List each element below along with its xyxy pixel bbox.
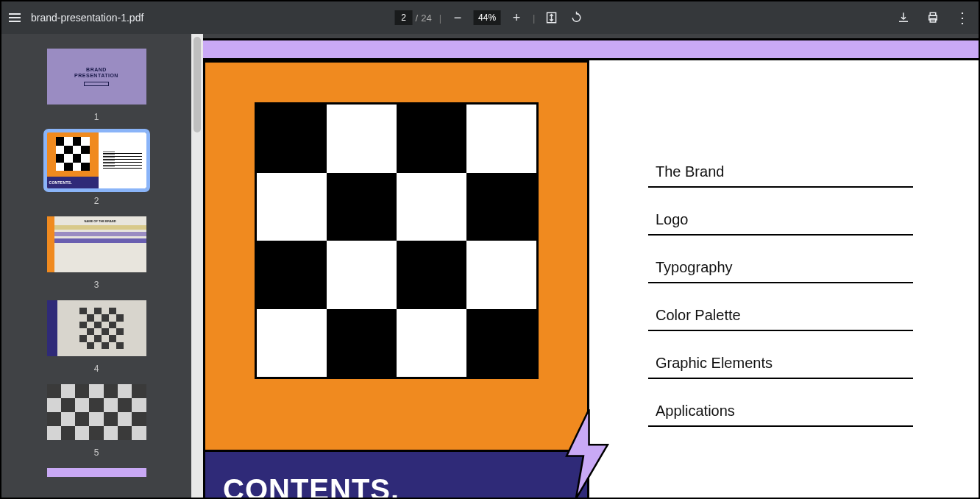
thumbnail[interactable]: BRANDPRESENTATION 1 xyxy=(1,49,191,122)
filename-label: brand-presentation-1.pdf xyxy=(31,12,143,24)
divider: | xyxy=(439,13,441,24)
divider: | xyxy=(533,13,535,24)
toc-underline xyxy=(648,330,913,331)
scrollbar[interactable] xyxy=(191,34,203,498)
fit-page-icon xyxy=(544,11,558,24)
checker-icon xyxy=(79,308,124,349)
pdf-viewer-app: brand-presentation-1.pdf 2 / 24 | − 44% … xyxy=(1,1,979,498)
page-separator: / xyxy=(416,13,419,24)
toc-item[interactable]: The Brand xyxy=(648,163,934,188)
thumbnail-number: 2 xyxy=(94,196,99,206)
page-content: CONTENTS. The Brand Logo Typography Colo… xyxy=(203,34,979,498)
rotate-button[interactable] xyxy=(567,9,585,26)
toc-label: Graphic Elements xyxy=(648,355,934,372)
zoom-value[interactable]: 44% xyxy=(474,10,500,25)
contents-bar: CONTENTS. xyxy=(203,450,589,498)
svg-rect-3 xyxy=(930,13,936,15)
left-panel: CONTENTS. xyxy=(203,60,589,498)
scroll-thumb[interactable] xyxy=(193,37,201,132)
svg-marker-5 xyxy=(567,409,608,498)
total-pages: 24 xyxy=(421,13,431,24)
rotate-icon xyxy=(569,11,583,24)
checker-icon xyxy=(47,384,146,440)
thumbnail[interactable] xyxy=(1,468,191,477)
toc-label: Logo xyxy=(648,211,934,228)
toc-item[interactable]: Applications xyxy=(648,403,934,427)
lightning-bolt-icon xyxy=(559,406,615,498)
toc-underline xyxy=(648,186,913,188)
thumbnail-preview: NAME OF THE BRAND xyxy=(47,216,146,272)
zoom-out-button[interactable]: − xyxy=(449,9,466,26)
page-viewer[interactable]: CONTENTS. The Brand Logo Typography Colo… xyxy=(203,34,979,498)
thumbnail-number: 4 xyxy=(94,364,99,374)
toc-label: Typography xyxy=(648,259,934,276)
toolbar: brand-presentation-1.pdf 2 / 24 | − 44% … xyxy=(1,1,979,34)
thumb-contents-bar: CONTENTS. xyxy=(47,177,99,188)
download-icon xyxy=(897,11,910,24)
page-top-accent xyxy=(203,38,979,60)
thumb-text: BRAND xyxy=(86,67,107,72)
thumb-text: PRESENTATION xyxy=(74,73,118,78)
more-button[interactable]: ⋮ xyxy=(954,9,971,26)
thumbnail-number: 5 xyxy=(94,447,99,458)
checker-icon xyxy=(56,137,90,171)
zoom-in-button[interactable]: + xyxy=(508,9,525,26)
page-indicator: 2 / 24 xyxy=(395,10,432,25)
download-button[interactable] xyxy=(895,9,912,26)
toc-label: Color Palette xyxy=(648,307,934,324)
thumbnail-preview xyxy=(47,384,146,440)
toc-item[interactable]: Color Palette xyxy=(648,307,934,331)
toc-panel: The Brand Logo Typography Color Palette … xyxy=(589,60,979,495)
page-input[interactable]: 2 xyxy=(395,10,413,25)
thumbnail[interactable]: 4 xyxy=(1,300,191,374)
fit-page-button[interactable] xyxy=(542,9,560,26)
toc-label: Applications xyxy=(648,403,934,420)
thumb-box xyxy=(84,82,109,86)
thumbnail[interactable]: NAME OF THE BRAND 3 xyxy=(1,216,191,290)
toc-item[interactable]: Graphic Elements xyxy=(648,355,934,379)
thumbnail-preview: BRANDPRESENTATION xyxy=(47,49,146,105)
checker-graphic xyxy=(255,102,539,379)
thumbnail-preview xyxy=(47,300,146,356)
thumbnail-number: 3 xyxy=(94,280,99,290)
toc-underline xyxy=(648,282,913,283)
thumbnail-preview xyxy=(47,468,146,477)
toc-item[interactable]: Logo xyxy=(648,211,934,236)
toc-label: The Brand xyxy=(648,163,934,180)
toc-underline xyxy=(648,425,913,427)
thumbnail[interactable]: 5 xyxy=(1,384,191,458)
thumbnail-sidebar[interactable]: BRANDPRESENTATION 1 CONTENTS. xyxy=(1,34,191,498)
print-icon xyxy=(926,11,940,24)
contents-title: CONTENTS. xyxy=(223,473,400,498)
thumbnail-preview-selected: CONTENTS. xyxy=(47,132,146,188)
thumbnail-number: 1 xyxy=(94,112,99,122)
print-button[interactable] xyxy=(924,9,942,26)
menu-icon[interactable] xyxy=(9,13,21,22)
toc-item[interactable]: Typography xyxy=(648,259,934,283)
thumbnail[interactable]: CONTENTS. 2 xyxy=(1,132,191,206)
toc-underline xyxy=(648,234,913,236)
toc-underline xyxy=(648,378,913,379)
thumb-text: NAME OF THE BRAND xyxy=(84,219,116,223)
